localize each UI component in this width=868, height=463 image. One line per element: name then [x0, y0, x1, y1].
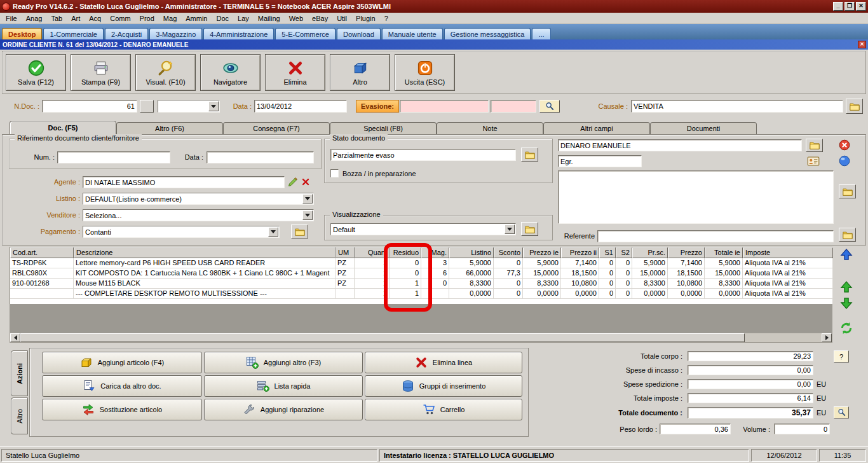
visualizzazione-folder-button[interactable]	[521, 222, 538, 236]
move-down-icon[interactable]	[840, 297, 853, 310]
grid-row-3[interactable]: 910-001268Mouse M115 BLACKPZ1108,330008,…	[10, 279, 832, 289]
dropdown-button[interactable]	[208, 101, 219, 111]
clear-agent-icon[interactable]	[301, 177, 310, 186]
menu-item-tab[interactable]: Tab	[46, 14, 67, 23]
listino-combo[interactable]: DEFAULT(Listino e-commerce)	[83, 193, 314, 205]
grid-col-sconto[interactable]: Sconto	[494, 247, 523, 258]
action-elimina-linea-button[interactable]: Elimina linea	[365, 352, 522, 373]
side-tab-azioni[interactable]: Azioni	[11, 350, 28, 396]
minimize-button[interactable]: _	[833, 2, 843, 11]
pagamento-combo[interactable]: Contanti	[83, 226, 280, 238]
grid-row-2[interactable]: RBLC980XKIT COMPOSTO DA: 1 Cartuccia Ner…	[10, 268, 832, 279]
toolbar-salva-button[interactable]: Salva (F12)	[6, 54, 66, 91]
workspace-tab-more[interactable]: ...	[532, 28, 550, 39]
document-close-button[interactable]: ✕	[858, 41, 866, 48]
doc-tab-altri-campi[interactable]: Altri campi	[543, 122, 650, 134]
action-aggiungi-altro-f3-button[interactable]: Aggiungi altro (F3)	[204, 352, 363, 373]
visualizzazione-combo[interactable]: Default	[330, 223, 516, 235]
doc-tab-consegna-f7[interactable]: Consegna (F7)	[223, 122, 330, 134]
evasione-search-button[interactable]	[539, 100, 560, 113]
salutation-field[interactable]: Egr.	[558, 155, 642, 167]
customer-address-box[interactable]	[558, 170, 834, 224]
dropdown-button[interactable]	[505, 225, 515, 234]
evasione-field-2[interactable]	[491, 100, 536, 113]
action-sostituzione-articolo-button[interactable]: Sostituzione articolo	[42, 399, 202, 420]
menu-item-art[interactable]: Art	[67, 14, 85, 23]
grid-col-mag[interactable]: Mag.	[421, 247, 449, 258]
total-field-totale-documento[interactable]: 35,37	[688, 407, 813, 418]
address-folder-button[interactable]	[839, 184, 856, 198]
grid-col-listino[interactable]: Listino	[449, 247, 494, 258]
grid-col-prezzo[interactable]: Prezzo	[668, 247, 705, 258]
total-field-totale-corpo[interactable]: 29,23	[688, 351, 813, 361]
riferimento-data-field[interactable]	[207, 151, 314, 163]
workspace-tab-desktop[interactable]: Desktop	[2, 28, 42, 39]
menu-item-plugin[interactable]: Plugin	[351, 14, 380, 23]
grid-col-cod-art[interactable]: Cod.art.	[10, 247, 74, 258]
grid-col-residuo[interactable]: Residuo	[390, 247, 421, 258]
grid-col-quant[interactable]: Quant	[355, 247, 390, 258]
doc-tab-altro-f6[interactable]: Altro (F6)	[116, 122, 223, 134]
doc-tab-speciali-f8[interactable]: Speciali (F8)	[330, 122, 437, 134]
help-button[interactable]: ?	[834, 350, 849, 363]
dropdown-button[interactable]	[302, 194, 313, 204]
side-tab-altro[interactable]: Altro	[11, 397, 28, 434]
causale-folder-button[interactable]	[846, 99, 863, 114]
workspace-tab-gestione-messaggistica[interactable]: Gestione messaggistica	[444, 28, 531, 39]
pagamento-folder-button[interactable]	[291, 225, 308, 238]
peso-lordo-field[interactable]: 0,36	[660, 424, 731, 434]
action-lista-rapida-button[interactable]: Lista rapida	[204, 375, 363, 397]
menu-item-util[interactable]: Util	[332, 14, 351, 23]
action-gruppi-di-inserimento-button[interactable]: Gruppi di inserimento	[365, 375, 522, 397]
toolbar-uscita-button[interactable]: Uscita (ESC)	[395, 54, 455, 91]
grid-col-prezzo-ii[interactable]: Prezzo ii	[561, 247, 599, 258]
dropdown-button[interactable]	[268, 227, 278, 237]
doc-type-combo[interactable]	[158, 100, 220, 113]
doc-tab-documenti[interactable]: Documenti	[650, 122, 757, 134]
customer-delete-icon[interactable]	[839, 139, 850, 151]
grid-row-1[interactable]: TS-RDP6KLettore memory-card P6 HIGH SPEE…	[10, 258, 832, 268]
edit-pencil-icon[interactable]	[288, 177, 298, 187]
scrollbar-thumb[interactable]	[20, 333, 745, 342]
menu-item-doc[interactable]: Doc	[212, 14, 234, 23]
menu-item-help[interactable]: ?	[380, 14, 393, 23]
move-up-icon[interactable]	[840, 280, 853, 293]
venditore-combo[interactable]: Seleziona...	[83, 209, 314, 221]
menu-item-acq[interactable]: Acq	[85, 14, 105, 23]
grid-col-descrizione[interactable]: Descrizione	[74, 247, 336, 258]
total-field-totale-imposte[interactable]: 6,14	[688, 393, 813, 403]
grid-col-totale-ie[interactable]: Totale ie	[705, 247, 743, 258]
workspace-tab-1-commerciale[interactable]: 1-Commerciale	[43, 28, 104, 39]
referente-folder-button[interactable]	[839, 228, 856, 242]
volume-field[interactable]: 0	[774, 424, 830, 434]
scroll-right-button[interactable]	[822, 333, 832, 342]
stato-folder-button[interactable]	[521, 148, 538, 162]
menu-item-anag[interactable]: Anag	[22, 14, 47, 23]
grid-col-pr-sc[interactable]: Pr.sc.	[632, 247, 668, 258]
restore-button[interactable]: ❐	[844, 2, 855, 11]
grid-row-4[interactable]: --- COMPLETARE DESKTOP REMOTO MULTISESSI…	[10, 289, 832, 299]
menu-item-mag[interactable]: Mag	[159, 14, 181, 23]
toolbar-altro-button[interactable]: Altro	[330, 54, 390, 91]
menu-item-ammin[interactable]: Ammin	[181, 14, 212, 23]
ndoc-aux-button[interactable]	[140, 100, 154, 113]
grid-col-um[interactable]: UM	[336, 247, 355, 258]
toolbar-navigatore-button[interactable]: Navigatore	[200, 54, 261, 91]
total-field-spese-spedizione[interactable]: 0,00	[688, 379, 813, 389]
riferimento-num-field[interactable]	[57, 151, 170, 163]
grid-horizontal-scrollbar[interactable]	[10, 333, 832, 343]
grid-col-s1[interactable]: S1	[599, 247, 616, 258]
doc-tab-note[interactable]: Note	[437, 122, 543, 134]
dropdown-button[interactable]	[302, 211, 313, 220]
workspace-tab-2-acquisti[interactable]: 2-Acquisti	[105, 28, 148, 39]
agente-field[interactable]: DI NATALE MASSIMO	[83, 176, 285, 188]
scroll-left-button[interactable]	[10, 333, 20, 342]
grid-col-s2[interactable]: S2	[616, 247, 632, 258]
workspace-tab-download[interactable]: Download	[337, 28, 381, 39]
menu-item-ebay[interactable]: eBay	[308, 14, 332, 23]
workspace-tab-5-e-commerce[interactable]: 5-E-Commerce	[275, 28, 336, 39]
action-carica-da-altro-doc-button[interactable]: Carica da altro doc.	[42, 375, 202, 397]
action-carrello-button[interactable]: Carrello	[365, 399, 522, 420]
workspace-tab-manuale-utente[interactable]: Manuale utente	[382, 28, 443, 39]
grid-col-prezzo-ie[interactable]: Prezzo ie	[523, 247, 561, 258]
